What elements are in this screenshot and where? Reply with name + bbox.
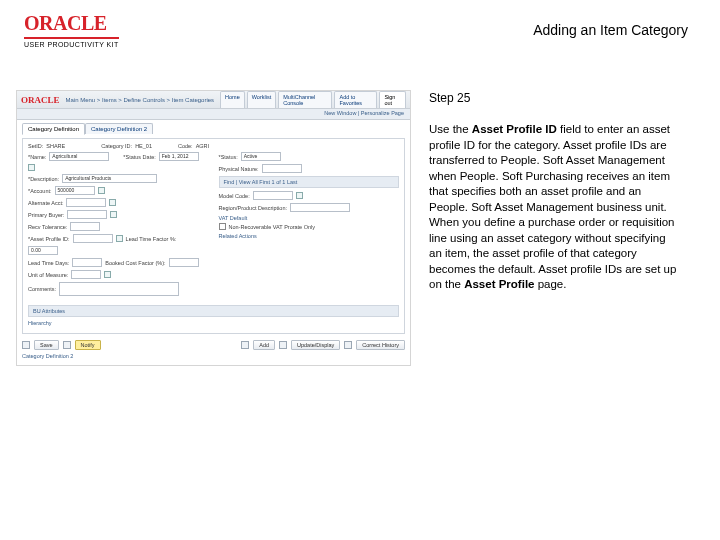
asset-profile-id-input[interactable]	[73, 234, 113, 243]
sub-links[interactable]: New Window | Personalize Page	[324, 110, 404, 116]
app-sub-bar: New Window | Personalize Page	[17, 109, 410, 120]
app-logo: ORACLE	[21, 95, 60, 105]
status-label: *Status:	[219, 154, 238, 160]
step-label: Step 25	[429, 90, 679, 106]
bottom-sheet-link[interactable]: Category Definition 2	[22, 353, 405, 359]
status-date-input[interactable]: Feb 1, 2012	[159, 152, 199, 161]
panel-header-row: SetID: SHARE Category ID: HE_01 Code: AG…	[28, 143, 399, 149]
lead-time-input[interactable]	[72, 258, 102, 267]
notify-button[interactable]: Notify	[75, 340, 101, 350]
lookup-icon[interactable]	[116, 235, 123, 242]
right-column: *Status: Active Physical Nature: Find | …	[219, 152, 400, 299]
status-select[interactable]: Active	[241, 152, 281, 161]
bcf-input[interactable]	[169, 258, 199, 267]
ltf-input[interactable]: 0.00	[28, 246, 58, 255]
tab-category-definition[interactable]: Category Definition	[22, 123, 85, 135]
bu-attributes-band[interactable]: BU Attributes	[28, 305, 399, 317]
primary-buyer-label: Primary Buyer:	[28, 212, 64, 218]
vat-default-link[interactable]: VAT Default	[219, 215, 400, 221]
lookup-icon[interactable]	[98, 187, 105, 194]
desc-pre: Use the	[429, 123, 472, 135]
primary-buyer-input[interactable]	[67, 210, 107, 219]
account-input[interactable]: 500000	[55, 186, 95, 195]
category-id-value: HE_01	[135, 143, 152, 149]
page: ORACLE USER PRODUCTIVITY KIT Adding an I…	[0, 0, 720, 540]
tab-category-definition-2[interactable]: Category Definition 2	[85, 123, 153, 134]
lookup-icon[interactable]	[109, 199, 116, 206]
page-title: Adding an Item Category	[533, 22, 688, 38]
region-product-input[interactable]	[290, 203, 350, 212]
oracle-logo: ORACLE	[24, 12, 119, 35]
lead-time-label: Lead Time Days:	[28, 260, 69, 266]
save-icon[interactable]	[22, 341, 30, 349]
left-column: *Name: Agricultural *Status Date: Feb 1,…	[28, 152, 209, 299]
breadcrumb: Main Menu > Items > Define Controls > It…	[66, 97, 215, 103]
body-row: ORACLE Main Menu > Items > Define Contro…	[0, 50, 720, 366]
hierarchy-link[interactable]: Hierarchy	[28, 320, 52, 326]
name-input[interactable]: Agricultural	[49, 152, 109, 161]
add-button[interactable]: Add	[253, 340, 275, 350]
vat-nrt-checkbox[interactable]	[219, 223, 226, 230]
description-label: *Description:	[28, 176, 59, 182]
account-label: *Account:	[28, 188, 52, 194]
correct-history-icon[interactable]	[344, 341, 352, 349]
setid-value: SHARE	[46, 143, 65, 149]
app-screenshot: ORACLE Main Menu > Items > Define Contro…	[16, 90, 411, 366]
model-code-input[interactable]	[253, 191, 293, 200]
save-button[interactable]: Save	[34, 340, 59, 350]
code-label: Code:	[178, 143, 193, 149]
tab-home[interactable]: Home	[220, 91, 245, 108]
model-code-label: Model Code:	[219, 193, 250, 199]
category-id-label: Category ID:	[101, 143, 132, 149]
step-description: Use the Asset Profile ID field to enter …	[429, 122, 679, 293]
region-product-label: Region/Product Description:	[219, 205, 287, 211]
form-panel: SetID: SHARE Category ID: HE_01 Code: AG…	[22, 138, 405, 334]
lookup-icon[interactable]	[296, 192, 303, 199]
desc-bold-2: Asset Profile	[464, 278, 534, 290]
unit-of-measure-label: Unit of Measure:	[28, 272, 68, 278]
recv-tolerance-input[interactable]	[70, 222, 100, 231]
desc-bold-1: Asset Profile ID	[472, 123, 557, 135]
lookup-icon[interactable]	[104, 271, 111, 278]
update-display-button[interactable]: Update/Display	[291, 340, 340, 350]
tab-favorites[interactable]: Add to Favorites	[334, 91, 377, 108]
lookup-icon[interactable]	[110, 211, 117, 218]
grid-header-links[interactable]: Find | View All First 1 of 1 Last	[224, 179, 298, 185]
recv-tolerance-label: Recv Tolerance:	[28, 224, 67, 230]
ltf-label: Lead Time Factor %:	[126, 236, 177, 242]
notify-icon[interactable]	[63, 341, 71, 349]
action-footer: Save Notify Add Update/Display Correct H…	[22, 340, 405, 350]
tab-multichannel[interactable]: MultiChannel Console	[278, 91, 332, 108]
vat-nrt-label: Non-Recoverable VAT Prorate Only	[229, 224, 316, 230]
setid-label: SetID:	[28, 143, 43, 149]
bcf-label: Booked Cost Factor (%):	[105, 260, 165, 266]
comments-input[interactable]	[59, 282, 179, 296]
top-nav-tabs: Home Worklist MultiChannel Console Add t…	[220, 91, 406, 108]
calendar-icon[interactable]	[28, 164, 35, 171]
tab-signout[interactable]: Sign out	[379, 91, 406, 108]
grid-header-band: Find | View All First 1 of 1 Last	[219, 176, 400, 188]
name-label: *Name:	[28, 154, 46, 160]
physical-nature-select[interactable]	[262, 164, 302, 173]
sheet-tabs: Category Definition Category Definition …	[22, 123, 405, 134]
correct-history-button[interactable]: Correct History	[356, 340, 405, 350]
instruction-column: Step 25 Use the Asset Profile ID field t…	[429, 90, 679, 366]
alt-account-input[interactable]	[66, 198, 106, 207]
comments-label: Comments:	[28, 286, 56, 292]
add-icon[interactable]	[241, 341, 249, 349]
app-body: Category Definition Category Definition …	[17, 120, 410, 365]
code-value: AGRI	[196, 143, 209, 149]
app-top-bar: ORACLE Main Menu > Items > Define Contro…	[17, 91, 410, 109]
tab-worklist[interactable]: Worklist	[247, 91, 276, 108]
physical-nature-label: Physical Nature:	[219, 166, 259, 172]
related-actions-link[interactable]: Related Actions	[219, 233, 400, 239]
update-display-icon[interactable]	[279, 341, 287, 349]
description-input[interactable]: Agricultural Products	[62, 174, 157, 183]
header-bar: ORACLE USER PRODUCTIVITY KIT Adding an I…	[0, 0, 720, 50]
asset-profile-id-label: *Asset Profile ID:	[28, 236, 70, 242]
unit-of-measure-input[interactable]	[71, 270, 101, 279]
brand-subtitle: USER PRODUCTIVITY KIT	[24, 37, 119, 48]
desc-mid: field to enter an asset profile ID for t…	[429, 123, 676, 290]
status-date-label: *Status Date:	[123, 154, 155, 160]
brand-block: ORACLE USER PRODUCTIVITY KIT	[24, 12, 119, 48]
